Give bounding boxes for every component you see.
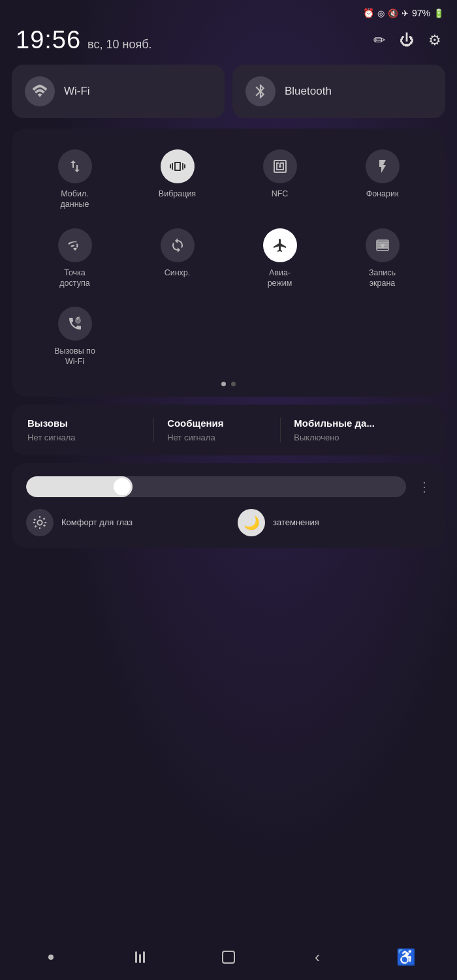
grid-item-wifi-call[interactable]: Вызовы поWi-Fi (24, 300, 126, 374)
clock-time: 19:56 (16, 26, 81, 54)
screen-record-icon (366, 228, 400, 262)
power-icon[interactable]: ⏻ (400, 32, 414, 49)
mobile-data-label: Мобил.данные (61, 189, 89, 210)
vibration-label: Вибрация (159, 189, 196, 199)
sync-label: Синхр. (165, 268, 191, 278)
calls-signal-col: Вызовы Нет сигнала (27, 418, 153, 442)
grid-item-screen-record[interactable]: Записьэкрана (331, 222, 433, 296)
nfc-icon (263, 149, 297, 183)
bluetooth-tile-icon (245, 76, 276, 106)
alarm-icon: ⏰ (363, 8, 374, 18)
header-row: 19:56 вс, 10 нояб. ✏ ⏻ ⚙ (0, 23, 457, 65)
nav-back-button[interactable]: ‹ (301, 941, 334, 973)
brightness-thumb (114, 478, 131, 495)
display-row: Комфорт для глаз 🌙 затемнения (26, 509, 431, 536)
nav-recent-button[interactable] (123, 941, 156, 973)
status-icons: ⏰ ◎ 🔇 ✈ 97% 🔋 (363, 8, 444, 18)
nav-home-icon (222, 951, 235, 964)
airplane-label: Авиа-режим (268, 268, 292, 289)
status-bar: ⏰ ◎ 🔇 ✈ 97% 🔋 (0, 0, 457, 23)
wifi-tile-label: Wi-Fi (64, 85, 90, 98)
calls-title: Вызовы (27, 418, 140, 429)
grid-panel: Мобил.данные Вибрация NFC (12, 129, 445, 397)
hotspot-label: Точкадоступа (59, 268, 89, 289)
nav-dot-button[interactable] (35, 941, 67, 973)
mobile-data-icon (58, 149, 92, 183)
focus-icon: ◎ (377, 8, 385, 18)
messages-status: Нет сигнала (167, 433, 280, 442)
nav-home-button[interactable] (212, 941, 245, 973)
grid-item-flashlight[interactable]: Фонарик (331, 143, 433, 217)
eye-comfort-toggle[interactable]: Комфорт для глаз (26, 509, 219, 536)
nfc-label: NFC (272, 189, 289, 199)
wifi-call-icon (58, 307, 92, 341)
signal-panel: Вызовы Нет сигнала Сообщения Нет сигнала… (12, 405, 445, 455)
date-label: вс, 10 нояб. (87, 38, 151, 52)
page-dot-1 (221, 382, 226, 386)
svg-point-1 (381, 243, 385, 247)
mobile-data-signal-status: Выключено (294, 433, 430, 442)
nav-dot-indicator (48, 955, 54, 960)
brightness-row: ⋮ (26, 476, 431, 497)
brightness-panel: ⋮ Комфорт для глаз 🌙 затемнения (12, 463, 445, 548)
mute-icon: 🔇 (388, 8, 398, 18)
sync-icon (161, 228, 195, 262)
battery-percentage: 97% (412, 8, 430, 18)
airplane-status-icon: ✈ (402, 8, 409, 18)
page-indicator (24, 382, 433, 386)
messages-title: Сообщения (167, 418, 280, 429)
mobile-data-signal-col: Мобильные да... Выключено (280, 418, 430, 442)
battery-icon: 🔋 (433, 8, 444, 18)
edit-icon[interactable]: ✏ (373, 32, 385, 49)
nav-recent-icon (135, 951, 145, 963)
flashlight-icon (366, 149, 400, 183)
settings-icon[interactable]: ⚙ (428, 32, 441, 49)
bluetooth-tile[interactable]: Bluetooth (232, 65, 445, 118)
hotspot-icon (58, 228, 92, 262)
dimming-label: затемнения (273, 517, 319, 527)
vibration-icon (161, 149, 195, 183)
grid-item-sync[interactable]: Синхр. (126, 222, 228, 296)
grid-item-mobile-data[interactable]: Мобил.данные (24, 143, 126, 217)
eye-comfort-icon (26, 509, 54, 536)
grid-item-nfc[interactable]: NFC (228, 143, 331, 217)
screen-record-label: Записьэкрана (369, 268, 396, 289)
moon-icon: 🌙 (238, 509, 265, 536)
calls-status: Нет сигнала (27, 433, 140, 442)
dimming-toggle[interactable]: 🌙 затемнения (219, 509, 431, 536)
wifi-call-label: Вызовы поWi-Fi (54, 346, 95, 367)
grid-item-airplane[interactable]: Авиа-режим (228, 222, 331, 296)
nav-back-icon: ‹ (315, 948, 320, 966)
flashlight-label: Фонарик (366, 189, 399, 199)
wifi-tile-icon (25, 76, 55, 106)
time-date: 19:56 вс, 10 нояб. (16, 26, 152, 54)
quick-tiles-row: Wi-Fi Bluetooth (0, 65, 457, 126)
brightness-slider[interactable] (26, 476, 406, 497)
page-dot-2 (231, 382, 236, 386)
wifi-tile[interactable]: Wi-Fi (12, 65, 225, 118)
grid-item-vibration[interactable]: Вибрация (126, 143, 228, 217)
nav-accessibility-icon: ♿ (396, 948, 416, 966)
airplane-icon (263, 228, 297, 262)
bluetooth-tile-label: Bluetooth (285, 85, 332, 98)
mobile-data-signal-title: Мобильные да... (294, 418, 430, 429)
eye-comfort-label: Комфорт для глаз (61, 517, 133, 527)
navigation-bar: ‹ ♿ (0, 934, 457, 980)
quick-settings-grid: Мобил.данные Вибрация NFC (24, 143, 433, 374)
messages-signal-col: Сообщения Нет сигнала (153, 418, 280, 442)
header-action-icons: ✏ ⏻ ⚙ (373, 32, 441, 49)
grid-item-hotspot[interactable]: Точкадоступа (24, 222, 126, 296)
nav-accessibility-button[interactable]: ♿ (390, 941, 422, 973)
brightness-menu-icon[interactable]: ⋮ (418, 479, 431, 495)
brightness-fill (26, 476, 133, 497)
